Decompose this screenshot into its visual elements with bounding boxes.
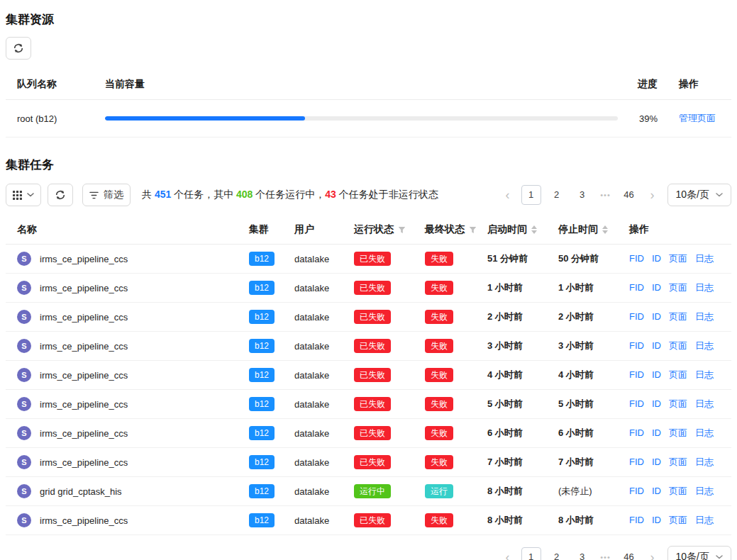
pager-page-1[interactable]: 1 (521, 547, 541, 560)
task-action-id[interactable]: ID (652, 253, 661, 264)
task-row: S irms_ce_pipeline_ccs b12 datalake 已失败 … (6, 303, 731, 332)
task-action-log[interactable]: 日志 (695, 515, 714, 525)
pager-prev-icon[interactable]: ‹ (500, 185, 516, 205)
tasks-header-final-status: 最终状态 (419, 215, 482, 245)
final-status-label: 最终状态 (425, 223, 465, 236)
pager-page-2[interactable]: 2 (547, 547, 567, 560)
task-action-id[interactable]: ID (652, 282, 661, 293)
pager-ellipsis[interactable]: ••• (598, 191, 614, 199)
task-action-page[interactable]: 页面 (669, 457, 687, 467)
pager-page-1[interactable]: 1 (521, 185, 541, 205)
task-action-log[interactable]: 日志 (695, 282, 714, 293)
task-action-page[interactable]: 页面 (669, 340, 687, 351)
task-action-log[interactable]: 日志 (695, 253, 714, 264)
start-time: 3 小时前 (482, 332, 553, 361)
task-action-fid[interactable]: FID (629, 486, 644, 496)
filter-funnel-icon[interactable] (469, 226, 477, 234)
task-action-page[interactable]: 页面 (669, 369, 687, 380)
task-name: irms_ce_pipeline_ccs (40, 283, 128, 293)
tasks-header-name-label: 名称 (17, 223, 37, 236)
cluster-badge: b12 (249, 281, 275, 295)
task-action-id[interactable]: ID (652, 340, 661, 351)
task-action-log[interactable]: 日志 (695, 486, 714, 496)
pager-page-2[interactable]: 2 (547, 185, 567, 205)
task-action-id[interactable]: ID (652, 311, 661, 322)
sort-icon[interactable] (531, 225, 537, 234)
pager-prev-icon[interactable]: ‹ (500, 547, 516, 560)
cluster-tasks-title: 集群任务 (6, 157, 731, 173)
pager-next-icon[interactable]: › (645, 547, 660, 560)
summary-text: 共 (142, 189, 155, 200)
summary-count: 408 (236, 189, 253, 200)
spark-avatar-icon: S (17, 281, 31, 295)
task-action-fid[interactable]: FID (629, 282, 644, 293)
filter-button[interactable]: 筛选 (82, 184, 131, 206)
task-row: S irms_ce_pipeline_ccs b12 datalake 已失败 … (6, 332, 731, 361)
task-action-log[interactable]: 日志 (695, 369, 714, 380)
start-time: 2 小时前 (482, 303, 553, 332)
task-action-page[interactable]: 页面 (669, 253, 687, 264)
pager-page-46[interactable]: 46 (619, 547, 639, 560)
task-action-log[interactable]: 日志 (695, 340, 714, 351)
task-action-id[interactable]: ID (652, 515, 661, 525)
task-action-fid[interactable]: FID (629, 427, 644, 438)
manage-page-link[interactable]: 管理页面 (679, 113, 716, 123)
task-action-fid[interactable]: FID (629, 398, 644, 409)
task-action-log[interactable]: 日志 (695, 311, 714, 322)
pager: ‹123•••46› (500, 547, 660, 560)
task-action-log[interactable]: 日志 (695, 457, 714, 467)
cluster-badge: b12 (249, 513, 275, 527)
tasks-header-cluster: 集群 (243, 215, 289, 245)
task-action-page[interactable]: 页面 (669, 486, 687, 496)
sort-icon[interactable] (602, 225, 608, 234)
pager-page-46[interactable]: 46 (619, 185, 639, 205)
task-action-id[interactable]: ID (652, 427, 661, 438)
final-status-badge: 运行 (425, 484, 453, 498)
task-action-page[interactable]: 页面 (669, 311, 687, 322)
task-action-fid[interactable]: FID (629, 311, 644, 322)
task-actions: FIDID页面日志 (624, 303, 731, 332)
start-time: 1 小时前 (482, 274, 553, 303)
task-action-page[interactable]: 页面 (669, 398, 687, 409)
task-action-fid[interactable]: FID (629, 515, 644, 525)
pager-ellipsis[interactable]: ••• (598, 553, 614, 560)
task-action-fid[interactable]: FID (629, 457, 644, 467)
task-actions: FIDID页面日志 (624, 477, 731, 506)
task-row: S irms_ce_pipeline_ccs b12 datalake 已失败 … (6, 506, 731, 535)
start-time: 5 小时前 (482, 390, 553, 419)
task-action-id[interactable]: ID (652, 486, 661, 496)
task-actions: FIDID页面日志 (624, 332, 731, 361)
task-action-page[interactable]: 页面 (669, 427, 687, 438)
spark-avatar-icon: S (17, 455, 31, 469)
task-action-fid[interactable]: FID (629, 253, 644, 264)
tasks-toolbar: 筛选 共 451 个任务，其中 408 个任务运行中，43 个任务处于非运行状态… (6, 184, 731, 206)
resources-refresh-button[interactable] (6, 37, 31, 60)
refresh-icon (13, 43, 23, 53)
task-action-id[interactable]: ID (652, 398, 661, 409)
pager-next-icon[interactable]: › (645, 185, 660, 205)
capacity-progress-fill (105, 116, 305, 121)
task-action-id[interactable]: ID (652, 457, 661, 467)
task-action-page[interactable]: 页面 (669, 282, 687, 293)
task-action-page[interactable]: 页面 (669, 515, 687, 525)
column-settings-button[interactable] (6, 184, 41, 206)
spark-avatar-icon: S (17, 339, 31, 353)
task-action-id[interactable]: ID (652, 369, 661, 380)
pager-page-3[interactable]: 3 (572, 547, 592, 560)
cluster-badge: b12 (249, 310, 275, 324)
task-action-log[interactable]: 日志 (695, 398, 714, 409)
filter-funnel-icon[interactable] (398, 226, 406, 234)
page-size-select[interactable]: 10条/页 (667, 546, 731, 560)
stop-time: (未停止) (553, 477, 624, 506)
stop-time: 4 小时前 (553, 361, 624, 390)
tasks-refresh-button[interactable] (48, 184, 73, 206)
page-size-select[interactable]: 10条/页 (667, 184, 731, 206)
final-status-badge: 失败 (425, 281, 453, 295)
task-action-fid[interactable]: FID (629, 369, 644, 380)
cluster-badge: b12 (249, 397, 275, 411)
task-action-log[interactable]: 日志 (695, 427, 714, 438)
pager-page-3[interactable]: 3 (572, 185, 592, 205)
resources-header-progress: 进度 (624, 69, 663, 100)
task-actions: FIDID页面日志 (624, 274, 731, 303)
task-action-fid[interactable]: FID (629, 340, 644, 351)
